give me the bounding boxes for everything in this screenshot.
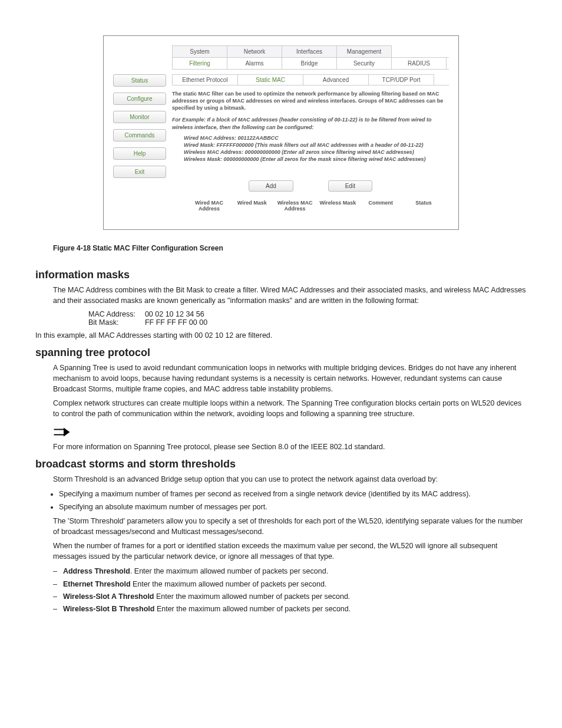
threshold-wireless-a: Wireless-Slot A Threshold Enter the maxi… xyxy=(53,591,527,603)
side-nav-exit[interactable]: Exit xyxy=(113,166,166,178)
top-tab-interfaces[interactable]: Interfaces xyxy=(282,45,337,57)
sub-tab-security[interactable]: Security xyxy=(336,58,392,69)
subsub-tab-staticmac[interactable]: Static MAC xyxy=(237,74,303,85)
col-wired-mask: Wired Mask xyxy=(233,200,272,212)
storms-para3: When the number of frames for a port or … xyxy=(53,541,527,562)
note-arrow-icon xyxy=(53,426,71,438)
side-nav-commands[interactable]: Commands xyxy=(113,129,166,141)
mac-address-value: 00 02 10 12 34 56 xyxy=(145,310,217,318)
bit-mask-label: Bit Mask: xyxy=(88,318,145,327)
info-masks-para1: The MAC Address combines with the Bit Ma… xyxy=(53,285,527,306)
subsub-tab-ethernet[interactable]: Ethernet Protocol xyxy=(172,74,238,85)
side-nav-monitor[interactable]: Monitor xyxy=(113,111,166,123)
top-tab-system[interactable]: System xyxy=(172,45,227,57)
threshold-wireless-b: Wireless-Slot B Threshold Enter the maxi… xyxy=(53,603,527,615)
figure-caption: Figure 4-18 Static MAC Filter Configurat… xyxy=(53,244,527,252)
side-nav: Status Configure Monitor Commands Help E… xyxy=(113,74,166,212)
desc-example-lead: For Example: If a block of MAC addresses… xyxy=(172,116,449,130)
sub-tab-alarms[interactable]: Alarms xyxy=(227,58,282,69)
desc-line-1: Wired MAC Address: 001122AABBCC xyxy=(184,134,449,141)
side-nav-configure[interactable]: Configure xyxy=(113,93,166,105)
term-wireless-a-threshold: Wireless-Slot A Threshold xyxy=(63,592,154,601)
edit-button[interactable]: Edit xyxy=(328,180,372,192)
rest-wireless-b-threshold: Enter the maximum allowed number of pack… xyxy=(154,605,351,613)
sub-tab-filtering[interactable]: Filtering xyxy=(172,58,227,69)
svg-marker-2 xyxy=(64,428,70,437)
subsub-tab-advanced[interactable]: Advanced xyxy=(303,74,369,85)
threshold-address: Address Threshold. Enter the maximum all… xyxy=(53,565,527,578)
sub-tab-radius[interactable]: RADIUS xyxy=(391,58,447,69)
sub-tab-row: Filtering Alarms Bridge Security RADIUS xyxy=(172,58,449,70)
note-block xyxy=(53,426,527,438)
spanning-para1: A Spanning Tree is used to avoid redunda… xyxy=(53,363,527,394)
threshold-list: Address Threshold. Enter the maximum all… xyxy=(53,565,527,615)
col-wireless-mac: Wireless MAC Address xyxy=(276,200,315,212)
desc-line-3: Wireless MAC Address: 000000000000 (Ente… xyxy=(184,149,449,156)
storms-bullets: Specifying a maximum number of frames pe… xyxy=(59,489,527,512)
threshold-ethernet: Ethernet Threshold Enter the maximum all… xyxy=(53,578,527,591)
storms-bullet-2: Specifying an absolute maximum number of… xyxy=(59,502,527,512)
sub-tab-bridge[interactable]: Bridge xyxy=(282,58,337,69)
info-mask-format-table: MAC Address: 00 02 10 12 34 56 Bit Mask:… xyxy=(88,310,217,327)
col-wired-mac: Wired MAC Address xyxy=(190,200,229,212)
heading-spanning-tree: spanning tree protocol xyxy=(35,347,527,359)
term-address-threshold: Address Threshold xyxy=(63,567,130,575)
top-tab-management[interactable]: Management xyxy=(336,45,392,57)
spanning-para2: Complex network structures can create mu… xyxy=(53,398,527,419)
heading-information-masks: information masks xyxy=(35,269,527,281)
button-row: Add Edit xyxy=(172,180,449,192)
main-panel: Ethernet Protocol Static MAC Advanced TC… xyxy=(172,74,449,212)
col-wireless-mask: Wireless Mask xyxy=(318,200,357,212)
mac-address-label: MAC Address: xyxy=(88,310,145,318)
desc-main: The static MAC filter can be used to opt… xyxy=(172,90,449,111)
desc-line-4: Wireless Mask: 000000000000 (Enter all z… xyxy=(184,156,449,163)
term-ethernet-threshold: Ethernet Threshold xyxy=(63,580,131,588)
rest-wireless-a-threshold: Enter the maximum allowed number of pack… xyxy=(154,592,351,601)
side-nav-status[interactable]: Status xyxy=(113,74,166,87)
top-tab-network[interactable]: Network xyxy=(227,45,282,57)
info-masks-para2: In this example, all MAC Addresses start… xyxy=(35,330,527,341)
column-headers: Wired MAC Address Wired Mask Wireless MA… xyxy=(172,200,449,212)
term-wireless-b-threshold: Wireless-Slot B Threshold xyxy=(63,605,154,613)
rest-ethernet-threshold: Enter the maximum allowed number of pack… xyxy=(131,580,327,588)
bit-mask-value: FF FF FF FF 00 00 xyxy=(145,318,217,327)
subsub-tab-tcpudp[interactable]: TCP/UDP Port xyxy=(368,74,434,85)
side-nav-help[interactable]: Help xyxy=(113,147,166,160)
storms-bullet-1: Specifying a maximum number of frames pe… xyxy=(59,489,527,499)
rest-address-threshold: . Enter the maximum allowed number of pa… xyxy=(130,567,328,575)
heading-broadcast-storms: broadcast storms and storm thresholds xyxy=(35,458,527,470)
subsub-tab-row: Ethernet Protocol Static MAC Advanced TC… xyxy=(172,74,449,85)
col-comment: Comment xyxy=(361,200,400,212)
spanning-note: For more information on Spanning Tree pr… xyxy=(53,442,527,452)
storms-para2: The 'Storm Threshold' parameters allow y… xyxy=(53,516,527,537)
add-button[interactable]: Add xyxy=(249,180,293,192)
description-block: The static MAC filter can be used to opt… xyxy=(172,90,449,163)
storms-para1: Storm Threshold is an advanced Bridge se… xyxy=(53,474,527,485)
desc-line-2: Wired Mask: FFFFFF000000 (This mask filt… xyxy=(184,141,449,149)
col-status: Status xyxy=(404,200,443,212)
config-screenshot: System Network Interfaces Management Fil… xyxy=(103,35,459,230)
top-tab-row: System Network Interfaces Management xyxy=(172,45,449,58)
